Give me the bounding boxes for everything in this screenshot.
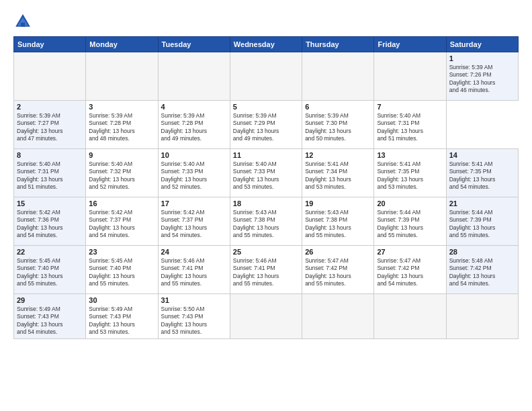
logo [13,12,35,31]
day-info: Sunrise: 5:49 AM Sunset: 7:43 PM Dayligh… [17,306,83,336]
day-number: 7 [377,103,443,111]
week-row: 8Sunrise: 5:40 AM Sunset: 7:31 PM Daylig… [14,149,519,197]
day-info: Sunrise: 5:44 AM Sunset: 7:39 PM Dayligh… [449,209,515,240]
day-number: 6 [305,103,371,111]
day-info: Sunrise: 5:41 AM Sunset: 7:34 PM Dayligh… [305,161,371,191]
table-row: 16Sunrise: 5:42 AM Sunset: 7:37 PM Dayli… [86,197,158,246]
day-info: Sunrise: 5:49 AM Sunset: 7:43 PM Dayligh… [89,306,154,336]
day-info: Sunrise: 5:40 AM Sunset: 7:33 PM Dayligh… [233,161,299,191]
table-row: 7Sunrise: 5:40 AM Sunset: 7:31 PM Daylig… [374,101,446,149]
day-number: 12 [305,151,371,159]
day-info: Sunrise: 5:42 AM Sunset: 7:37 PM Dayligh… [161,209,227,240]
day-number: 26 [305,248,371,256]
day-info: Sunrise: 5:50 AM Sunset: 7:43 PM Dayligh… [161,306,227,336]
week-row: 29Sunrise: 5:49 AM Sunset: 7:43 PM Dayli… [14,294,519,339]
day-info: Sunrise: 5:46 AM Sunset: 7:41 PM Dayligh… [233,257,299,288]
table-row: 5Sunrise: 5:39 AM Sunset: 7:29 PM Daylig… [230,101,302,149]
day-number: 24 [161,248,227,256]
day-info: Sunrise: 5:43 AM Sunset: 7:38 PM Dayligh… [233,209,299,240]
day-number: 20 [377,199,443,208]
day-info: Sunrise: 5:40 AM Sunset: 7:31 PM Dayligh… [377,112,443,143]
day-info: Sunrise: 5:42 AM Sunset: 7:36 PM Dayligh… [17,209,83,240]
table-row: 26Sunrise: 5:47 AM Sunset: 7:42 PM Dayli… [302,246,374,294]
day-number: 2 [17,103,83,111]
table-row: 1Sunrise: 5:39 AM Sunset: 7:26 PM Daylig… [446,52,518,101]
table-row: 18Sunrise: 5:43 AM Sunset: 7:38 PM Dayli… [230,197,302,246]
day-info: Sunrise: 5:39 AM Sunset: 7:30 PM Dayligh… [305,112,371,143]
day-info: Sunrise: 5:45 AM Sunset: 7:40 PM Dayligh… [17,257,83,288]
table-row [14,52,86,101]
week-row: 15Sunrise: 5:42 AM Sunset: 7:36 PM Dayli… [14,197,519,246]
table-row [374,52,446,101]
table-row [446,294,518,339]
table-row: 13Sunrise: 5:41 AM Sunset: 7:35 PM Dayli… [374,149,446,197]
col-tuesday: Tuesday [158,37,230,52]
day-number: 8 [17,151,83,159]
table-row: 17Sunrise: 5:42 AM Sunset: 7:37 PM Dayli… [158,197,230,246]
table-row: 15Sunrise: 5:42 AM Sunset: 7:36 PM Dayli… [14,197,86,246]
table-row [374,294,446,339]
col-wednesday: Wednesday [230,37,302,52]
table-row: 29Sunrise: 5:49 AM Sunset: 7:43 PM Dayli… [14,294,86,339]
table-row: 10Sunrise: 5:40 AM Sunset: 7:33 PM Dayli… [158,149,230,197]
table-row [230,294,302,339]
col-monday: Monday [86,37,158,52]
calendar-table: Sunday Monday Tuesday Wednesday Thursday… [13,36,519,339]
day-info: Sunrise: 5:39 AM Sunset: 7:28 PM Dayligh… [89,112,154,143]
table-row: 21Sunrise: 5:44 AM Sunset: 7:39 PM Dayli… [446,197,518,246]
day-info: Sunrise: 5:41 AM Sunset: 7:35 PM Dayligh… [449,161,515,191]
table-row: 30Sunrise: 5:49 AM Sunset: 7:43 PM Dayli… [86,294,158,339]
day-number: 25 [233,248,299,256]
day-number: 5 [233,103,299,111]
table-row: 8Sunrise: 5:40 AM Sunset: 7:31 PM Daylig… [14,149,86,197]
table-row [302,52,374,101]
week-row: 2Sunrise: 5:39 AM Sunset: 7:27 PM Daylig… [14,101,519,149]
table-row: 27Sunrise: 5:47 AM Sunset: 7:42 PM Dayli… [374,246,446,294]
day-info: Sunrise: 5:40 AM Sunset: 7:32 PM Dayligh… [89,161,154,191]
day-info: Sunrise: 5:41 AM Sunset: 7:35 PM Dayligh… [377,161,443,191]
day-info: Sunrise: 5:48 AM Sunset: 7:42 PM Dayligh… [449,257,515,288]
day-info: Sunrise: 5:39 AM Sunset: 7:28 PM Dayligh… [161,112,227,143]
table-row: 22Sunrise: 5:45 AM Sunset: 7:40 PM Dayli… [14,246,86,294]
table-row: 14Sunrise: 5:41 AM Sunset: 7:35 PM Dayli… [446,149,518,197]
header [13,12,519,31]
table-row [86,52,158,101]
day-number: 19 [305,199,371,208]
table-row [302,294,374,339]
table-row: 4Sunrise: 5:39 AM Sunset: 7:28 PM Daylig… [158,101,230,149]
day-info: Sunrise: 5:39 AM Sunset: 7:27 PM Dayligh… [17,112,83,143]
day-info: Sunrise: 5:39 AM Sunset: 7:29 PM Dayligh… [233,112,299,143]
table-row: 28Sunrise: 5:48 AM Sunset: 7:42 PM Dayli… [446,246,518,294]
col-sunday: Sunday [14,37,86,52]
day-number: 23 [89,248,154,256]
table-row: 12Sunrise: 5:41 AM Sunset: 7:34 PM Dayli… [302,149,374,197]
day-number: 1 [449,54,515,62]
table-row: 2Sunrise: 5:39 AM Sunset: 7:27 PM Daylig… [14,101,86,149]
table-row [230,52,302,101]
day-number: 11 [233,151,299,159]
day-number: 18 [233,199,299,208]
day-number: 9 [89,151,154,159]
day-info: Sunrise: 5:42 AM Sunset: 7:37 PM Dayligh… [89,209,154,240]
day-number: 15 [17,199,83,208]
table-row: 19Sunrise: 5:43 AM Sunset: 7:38 PM Dayli… [302,197,374,246]
logo-icon [13,12,32,31]
table-row: 9Sunrise: 5:40 AM Sunset: 7:32 PM Daylig… [86,149,158,197]
day-number: 3 [89,103,154,111]
page: Sunday Monday Tuesday Wednesday Thursday… [0,0,532,411]
table-row: 20Sunrise: 5:44 AM Sunset: 7:39 PM Dayli… [374,197,446,246]
day-info: Sunrise: 5:39 AM Sunset: 7:26 PM Dayligh… [449,64,515,95]
day-number: 10 [161,151,227,159]
day-number: 17 [161,199,227,208]
day-info: Sunrise: 5:45 AM Sunset: 7:40 PM Dayligh… [89,257,154,288]
day-info: Sunrise: 5:47 AM Sunset: 7:42 PM Dayligh… [377,257,443,288]
table-row: 23Sunrise: 5:45 AM Sunset: 7:40 PM Dayli… [86,246,158,294]
day-number: 14 [449,151,515,159]
day-info: Sunrise: 5:43 AM Sunset: 7:38 PM Dayligh… [305,209,371,240]
table-row: 25Sunrise: 5:46 AM Sunset: 7:41 PM Dayli… [230,246,302,294]
table-row: 24Sunrise: 5:46 AM Sunset: 7:41 PM Dayli… [158,246,230,294]
col-friday: Friday [374,37,446,52]
table-row: 3Sunrise: 5:39 AM Sunset: 7:28 PM Daylig… [86,101,158,149]
col-saturday: Saturday [446,37,518,52]
day-number: 13 [377,151,443,159]
